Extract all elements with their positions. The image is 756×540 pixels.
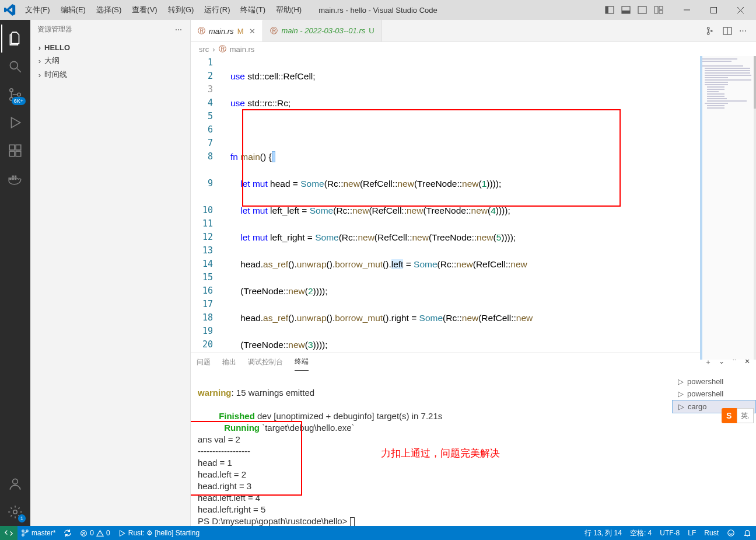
menu-bar: 文件(F) 编辑(E) 选择(S) 查看(V) 转到(G) 运行(R) 终端(T…	[20, 5, 307, 15]
sidebar-more-icon[interactable]: ⋯	[175, 26, 183, 34]
svg-rect-47	[707, 91, 719, 92]
menu-edit[interactable]: 编辑(E)	[55, 5, 91, 15]
status-remote[interactable]	[0, 526, 18, 540]
svg-rect-55	[700, 56, 702, 360]
svg-rect-40	[705, 75, 751, 76]
svg-point-14	[10, 89, 13, 92]
svg-rect-53	[707, 105, 724, 106]
annotation-text: 力扣上通过，问题完美解决	[381, 448, 500, 459]
svg-point-27	[13, 479, 18, 484]
menu-terminal[interactable]: 终端(T)	[235, 5, 271, 15]
window-close[interactable]	[727, 0, 754, 20]
svg-rect-6	[659, 6, 663, 9]
status-bell-icon[interactable]	[743, 529, 751, 537]
svg-rect-51	[707, 100, 747, 102]
more-actions-icon[interactable]: ⋯	[739, 26, 748, 35]
sidebar-outline[interactable]: ›大纲	[30, 54, 190, 68]
status-spaces[interactable]: 空格: 4	[630, 528, 652, 538]
split-editor-icon[interactable]	[723, 26, 732, 36]
svg-rect-5	[654, 6, 658, 13]
menu-run[interactable]: 运行(R)	[199, 5, 235, 15]
sidebar-timeline[interactable]: ›时间线	[30, 68, 190, 82]
compare-changes-icon[interactable]	[705, 26, 716, 36]
svg-rect-4	[638, 6, 646, 13]
settings-badge: 1	[18, 514, 26, 522]
close-icon[interactable]: ✕	[249, 27, 256, 36]
svg-rect-38	[705, 70, 750, 71]
svg-point-58	[22, 530, 24, 532]
menu-select[interactable]: 选择(S)	[91, 5, 127, 15]
svg-rect-52	[705, 103, 728, 104]
activity-docker[interactable]	[1, 165, 29, 193]
title-bar: 文件(F) 编辑(E) 选择(S) 查看(V) 转到(G) 运行(R) 终端(T…	[0, 0, 756, 20]
svg-rect-35	[702, 61, 732, 62]
svg-point-12	[10, 61, 18, 69]
status-rust-analyzer[interactable]: Rust: ⚙ [hello] Starting	[118, 529, 200, 537]
svg-rect-9	[710, 7, 716, 13]
breadcrumb[interactable]: src› Ⓡ main.rs	[191, 42, 756, 56]
editor-tabs: Ⓡ main.rs M ✕ Ⓡ main - 2022-03-03--01.rs…	[191, 20, 756, 42]
panel-tab-problems[interactable]: 问题	[197, 357, 211, 371]
terminal-item-pwsh2[interactable]: ▷powershell	[672, 388, 756, 400]
menu-view[interactable]: 查看(V)	[127, 5, 162, 15]
panel-tab-terminal[interactable]: 终端	[295, 357, 309, 371]
minimap[interactable]	[700, 56, 756, 353]
layout-sidebar-left-icon[interactable]	[602, 2, 617, 18]
activity-extensions[interactable]	[1, 137, 29, 165]
status-cursor[interactable]: 行 13, 列 14	[584, 528, 622, 538]
status-sync[interactable]	[64, 529, 72, 537]
svg-rect-36	[702, 65, 743, 67]
tab-main-rs[interactable]: Ⓡ main.rs M ✕	[191, 20, 263, 41]
window-title: main.rs - hello - Visual Studio Code	[318, 6, 438, 15]
status-feedback-icon[interactable]	[727, 529, 735, 537]
terminal-list: ▷powershell ▷powershell ▷cargo	[672, 371, 756, 526]
layout-sidebar-right-icon[interactable]	[635, 2, 650, 18]
code-content[interactable]: use std::cell::RefCell; use std::rc::Rc;…	[223, 56, 700, 353]
terminal-output[interactable]: warning: 15 warnings emitted Finished de…	[191, 371, 672, 526]
svg-rect-41	[705, 77, 728, 78]
menu-goto[interactable]: 转到(G)	[163, 5, 200, 15]
sidebar-title: 资源管理器	[37, 25, 72, 34]
svg-rect-1	[606, 6, 608, 13]
panel-tab-debug[interactable]: 调试控制台	[248, 357, 283, 371]
panel-tabs: 问题 输出 调试控制台 终端 ＋ ⌄ ⌃ ✕	[191, 353, 756, 371]
window-minimize[interactable]	[673, 0, 700, 20]
svg-rect-25	[12, 176, 14, 177]
activity-account[interactable]	[1, 470, 29, 498]
panel: 问题 输出 调试控制台 终端 ＋ ⌄ ⌃ ✕ warning: 15 warni…	[191, 353, 756, 526]
sidebar-folder[interactable]: ›HELLO	[30, 41, 190, 54]
activity-debug[interactable]	[1, 109, 29, 137]
code-editor[interactable]: 1234567891011121314151617181920 use std:…	[191, 56, 756, 353]
activity-search[interactable]	[1, 53, 29, 81]
layout-custom-icon[interactable]	[651, 2, 666, 18]
menu-help[interactable]: 帮助(H)	[271, 5, 307, 15]
menu-file[interactable]: 文件(F)	[20, 5, 55, 15]
activity-settings[interactable]: 1	[1, 498, 29, 526]
svg-rect-42	[705, 79, 751, 81]
svg-rect-39	[705, 72, 750, 74]
status-eol[interactable]: LF	[688, 529, 696, 537]
activity-scm[interactable]: 6K+	[1, 81, 29, 109]
status-branch[interactable]: master*	[21, 529, 55, 537]
ime-indicator[interactable]: S 英 ,	[722, 408, 754, 423]
panel-tab-output[interactable]: 输出	[222, 357, 236, 371]
status-encoding[interactable]: UTF-8	[660, 529, 680, 537]
window-maximize[interactable]	[700, 0, 727, 20]
tab-main-backup[interactable]: Ⓡ main - 2022-03-03--01.rs U	[263, 20, 382, 41]
scm-badge: 6K+	[12, 97, 26, 105]
status-errors[interactable]: 0 0	[80, 529, 110, 537]
svg-point-30	[707, 32, 709, 34]
svg-rect-37	[705, 68, 750, 69]
terminal-item-pwsh1[interactable]: ▷powershell	[672, 375, 756, 388]
layout-panel-icon[interactable]	[618, 2, 634, 18]
svg-rect-26	[15, 176, 16, 177]
svg-rect-57	[754, 56, 756, 109]
svg-rect-46	[707, 89, 724, 90]
line-gutter: 1234567891011121314151617181920	[191, 56, 223, 353]
status-lang[interactable]: Rust	[704, 529, 719, 537]
activity-bar: 6K+ 1	[0, 20, 30, 526]
svg-point-59	[22, 534, 24, 536]
svg-point-16	[18, 93, 20, 96]
activity-explorer[interactable]	[1, 25, 29, 53]
svg-rect-44	[705, 84, 728, 85]
